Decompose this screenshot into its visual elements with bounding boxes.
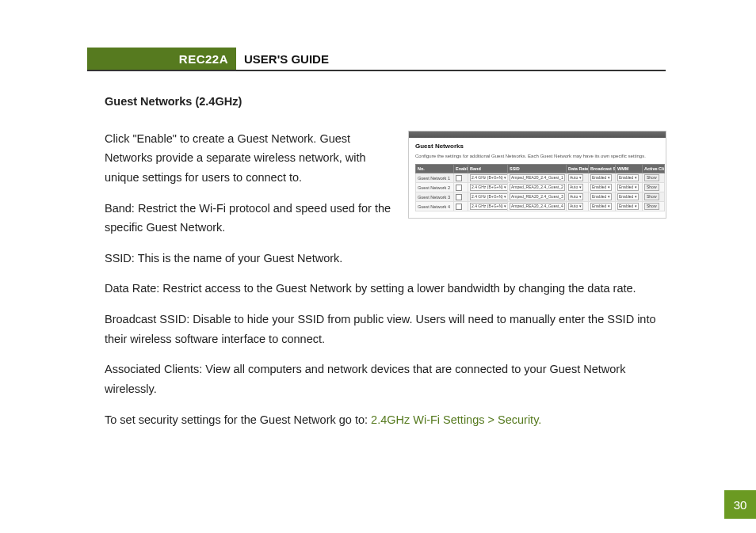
- table-row: Guest Network 3 2.4 GHz (B+G+N) ▾ Amped_…: [416, 192, 665, 202]
- rate-select[interactable]: Auto ▾: [568, 193, 583, 200]
- section-title: Guest Networks (2.4GHz): [105, 92, 666, 112]
- cell-no: Guest Network 1: [416, 173, 454, 183]
- table-row: Guest Network 2 2.4 GHz (B+G+N) ▾ Amped_…: [416, 183, 665, 192]
- rate-value: Auto: [570, 204, 578, 208]
- wmm-select[interactable]: Enabled ▾: [617, 184, 639, 191]
- screenshot-heading: Guest Networks: [415, 143, 659, 150]
- embedded-screenshot: Guest Networks Configure the settings fo…: [409, 131, 666, 218]
- page-number: 30: [734, 498, 747, 512]
- enable-checkbox[interactable]: [456, 194, 462, 200]
- cell-bcast: Enabled ▾: [589, 173, 616, 183]
- cell-clients: Show: [643, 173, 665, 183]
- band-select[interactable]: 2.4 GHz (B+G+N) ▾: [470, 174, 508, 181]
- cell-clients: Show: [643, 192, 665, 202]
- cell-ssid: Amped_REA20_2.4_Guest_2: [508, 183, 567, 192]
- ssid-input[interactable]: Amped_REA20_2.4_Guest_2: [510, 184, 565, 191]
- cell-bcast: Enabled ▾: [589, 202, 616, 211]
- cell-rate: Auto ▾: [567, 202, 589, 211]
- bcast-select[interactable]: Enabled ▾: [590, 174, 612, 181]
- cell-ssid: Amped_REA20_2.4_Guest_4: [508, 202, 567, 211]
- show-button[interactable]: Show: [644, 184, 659, 191]
- screenshot-body: Guest Networks Configure the settings fo…: [409, 138, 666, 218]
- show-button[interactable]: Show: [644, 174, 659, 181]
- cell-ssid: Amped_REA20_2.4_Guest_1: [508, 173, 567, 183]
- band-select[interactable]: 2.4 GHz (B+G+N) ▾: [470, 203, 508, 210]
- cell-enable: [454, 192, 468, 202]
- wmm-value: Enabled: [619, 194, 633, 199]
- paragraph-band: Band: Restrict the Wi-Fi protocol and sp…: [105, 199, 399, 238]
- wmm-select[interactable]: Enabled ▾: [617, 193, 639, 200]
- col-rate: Data Rate: [567, 164, 589, 173]
- cell-bcast: Enabled ▾: [589, 192, 616, 202]
- doc-title: USER'S GUIDE: [236, 48, 329, 70]
- cell-clients: Show: [643, 202, 665, 211]
- paragraph-security: To set security settings for the Guest N…: [105, 410, 666, 430]
- doc-title-text: USER'S GUIDE: [244, 52, 329, 66]
- paragraph-intro: Click "Enable" to create a Guest Network…: [105, 129, 399, 188]
- model-text: REC22A: [179, 52, 228, 66]
- band-select[interactable]: 2.4 GHz (B+G+N) ▾: [470, 184, 508, 191]
- bcast-select[interactable]: Enabled ▾: [590, 184, 612, 191]
- bcast-value: Enabled: [592, 204, 606, 208]
- screenshot-desc: Configure the settings for additional Gu…: [415, 154, 659, 159]
- show-button[interactable]: Show: [644, 193, 659, 200]
- table-row: Guest Network 4 2.4 GHz (B+G+N) ▾ Amped_…: [416, 202, 665, 211]
- col-clients: Active Client List: [643, 164, 665, 173]
- enable-checkbox[interactable]: [456, 175, 462, 181]
- bcast-value: Enabled: [592, 194, 606, 199]
- paragraph-ssid: SSID: This is the name of your Guest Net…: [105, 249, 666, 268]
- col-band: Band: [468, 164, 508, 173]
- cell-wmm: Enabled ▾: [616, 183, 643, 192]
- rate-value: Auto: [570, 175, 578, 180]
- col-enable: Enable: [454, 164, 468, 173]
- bcast-select[interactable]: Enabled ▾: [590, 193, 612, 200]
- col-wmm: WMM: [616, 164, 643, 173]
- ssid-input[interactable]: Amped_REA20_2.4_Guest_4: [510, 203, 565, 210]
- cell-rate: Auto ▾: [567, 192, 589, 202]
- wmm-value: Enabled: [619, 175, 633, 180]
- enable-checkbox[interactable]: [456, 204, 462, 210]
- table-row: Guest Network 1 2.4 GHz (B+G+N) ▾ Amped_…: [416, 173, 665, 183]
- security-link[interactable]: 2.4GHz Wi-Fi Settings > Security.: [371, 413, 541, 426]
- bcast-value: Enabled: [592, 175, 606, 180]
- table-header-row: No. Enable Band SSID Data Rate Broadcast…: [416, 164, 665, 173]
- bcast-select[interactable]: Enabled ▾: [590, 203, 612, 210]
- band-value: 2.4 GHz (B+G+N): [472, 194, 503, 199]
- cell-enable: [454, 202, 468, 211]
- wmm-value: Enabled: [619, 204, 633, 208]
- security-prefix: To set security settings for the Guest N…: [105, 413, 371, 426]
- wmm-select[interactable]: Enabled ▾: [617, 203, 639, 210]
- wmm-value: Enabled: [619, 185, 633, 189]
- rate-value: Auto: [570, 194, 578, 199]
- bcast-value: Enabled: [592, 185, 606, 189]
- cell-band: 2.4 GHz (B+G+N) ▾: [468, 192, 508, 202]
- guest-network-table: No. Enable Band SSID Data Rate Broadcast…: [415, 164, 665, 212]
- cell-clients: Show: [643, 183, 665, 192]
- band-value: 2.4 GHz (B+G+N): [472, 175, 503, 180]
- cell-enable: [454, 173, 468, 183]
- show-button[interactable]: Show: [644, 203, 659, 210]
- cell-no: Guest Network 2: [416, 183, 454, 192]
- cell-enable: [454, 183, 468, 192]
- enable-checkbox[interactable]: [456, 185, 462, 191]
- cell-ssid: Amped_REA20_2.4_Guest_3: [508, 192, 567, 202]
- band-select[interactable]: 2.4 GHz (B+G+N) ▾: [470, 193, 508, 200]
- rate-select[interactable]: Auto ▾: [568, 174, 583, 181]
- cell-rate: Auto ▾: [567, 173, 589, 183]
- cell-band: 2.4 GHz (B+G+N) ▾: [468, 183, 508, 192]
- screenshot-titlebar: [409, 131, 666, 138]
- page: REC22A USER'S GUIDE Guest Networks (2.4G…: [0, 0, 756, 533]
- col-bcast: Broadcast SSID: [589, 164, 616, 173]
- rate-select[interactable]: Auto ▾: [568, 184, 583, 191]
- rate-value: Auto: [570, 185, 578, 189]
- band-value: 2.4 GHz (B+G+N): [472, 204, 503, 208]
- doc-header: REC22A USER'S GUIDE: [87, 48, 666, 71]
- ssid-input[interactable]: Amped_REA20_2.4_Guest_3: [510, 193, 565, 200]
- col-no: No.: [416, 164, 454, 173]
- cell-no: Guest Network 4: [416, 202, 454, 211]
- page-number-badge: 30: [724, 490, 756, 519]
- rate-select[interactable]: Auto ▾: [568, 203, 583, 210]
- ssid-input[interactable]: Amped_REA20_2.4_Guest_1: [510, 174, 565, 181]
- wmm-select[interactable]: Enabled ▾: [617, 174, 639, 181]
- paragraph-datarate: Data Rate: Restrict access to the Guest …: [105, 279, 666, 299]
